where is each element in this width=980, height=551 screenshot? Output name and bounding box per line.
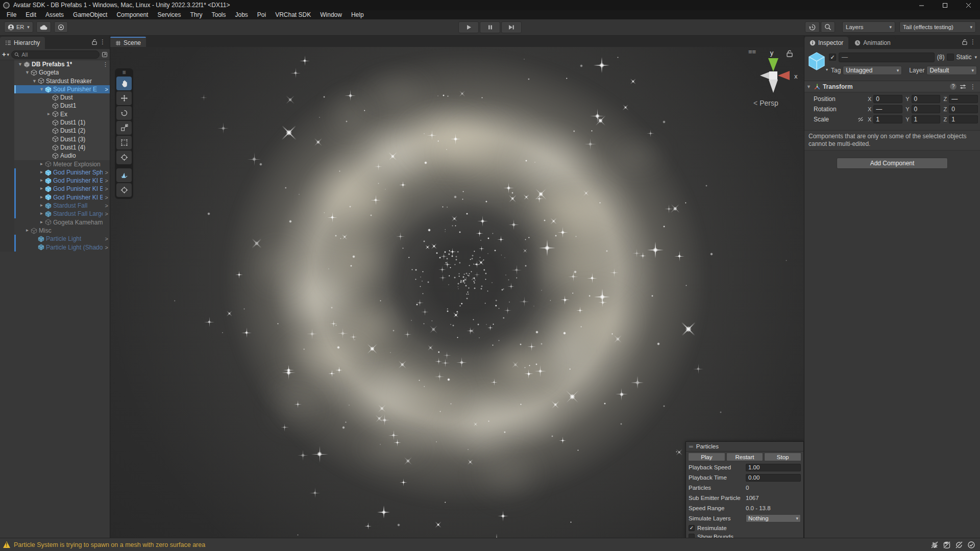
add-component-button[interactable]: Add Component bbox=[837, 158, 948, 169]
expand-arrow-icon[interactable]: ► bbox=[38, 160, 45, 168]
move-tool[interactable] bbox=[116, 91, 132, 105]
particle-edit-tool[interactable] bbox=[116, 168, 132, 182]
link-scale-icon[interactable] bbox=[857, 116, 864, 122]
hierarchy-item-god-punisher-ki-bla[interactable]: ►God Punisher KI Bla> bbox=[0, 193, 110, 202]
menu-assets[interactable]: Assets bbox=[41, 10, 68, 19]
rotation-y-field[interactable]: 0 bbox=[912, 105, 941, 113]
prefab-open-chevron[interactable]: > bbox=[105, 193, 108, 202]
hierarchy-item-dust1-3[interactable]: Dust1 (3) bbox=[0, 135, 110, 143]
hierarchy-item-db-prefabs-1[interactable]: ▼DB Prefabs 1*⋮ bbox=[0, 60, 110, 68]
chevron-down-icon[interactable]: ▾ bbox=[974, 55, 977, 60]
help-icon[interactable]: ? bbox=[950, 83, 957, 90]
hierarchy-search-input[interactable]: All bbox=[11, 51, 100, 59]
menu-poi[interactable]: Poi bbox=[253, 10, 271, 19]
status-bar[interactable]: Particle System is trying to spawn on a … bbox=[0, 538, 980, 551]
expand-arrow-icon[interactable]: ► bbox=[38, 168, 45, 177]
layer-dropdown[interactable]: Default ▾ bbox=[926, 66, 977, 75]
hierarchy-item-dust1[interactable]: Dust1 bbox=[0, 102, 110, 110]
position-z-field[interactable]: — bbox=[949, 95, 978, 103]
lock-icon[interactable] bbox=[962, 39, 968, 45]
orientation-gizmo[interactable]: ≡≡ y x < Persp bbox=[737, 48, 800, 119]
rotation-x-field[interactable]: — bbox=[873, 105, 902, 113]
hierarchy-item-dust[interactable]: Dust bbox=[0, 93, 110, 102]
component-tool[interactable] bbox=[116, 183, 132, 197]
hierarchy-item-soul-punisher-e[interactable]: ▼Soul Punisher E> bbox=[0, 85, 110, 93]
particles-row-value[interactable]: 0.00 bbox=[746, 474, 801, 482]
more-menu-icon[interactable]: ⋮ bbox=[97, 38, 108, 45]
restart-button[interactable]: Restart bbox=[726, 453, 764, 461]
hierarchy-item-meteor-explosion[interactable]: ►Meteor Explosion bbox=[0, 160, 110, 168]
hierarchy-item-particle-light[interactable]: Particle Light> bbox=[0, 235, 110, 243]
transform-tool[interactable] bbox=[116, 151, 132, 164]
more-menu-icon[interactable]: ⋮ bbox=[103, 60, 108, 68]
expand-arrow-icon[interactable]: ▼ bbox=[31, 77, 38, 85]
hierarchy-item-god-punisher-ki-bla[interactable]: ►God Punisher KI Bla> bbox=[0, 185, 110, 193]
foldout-arrow-icon[interactable]: ▼ bbox=[806, 84, 811, 89]
rect-tool[interactable] bbox=[116, 136, 132, 149]
cache-disabled-icon[interactable] bbox=[941, 540, 952, 550]
rotate-tool[interactable] bbox=[116, 106, 132, 120]
pause-button[interactable] bbox=[480, 21, 500, 33]
position-x-field[interactable]: 0 bbox=[873, 95, 902, 103]
tab-inspector[interactable]: Inspector bbox=[804, 37, 848, 49]
hierarchy-item-ex[interactable]: ►Ex bbox=[0, 110, 110, 118]
picker-icon[interactable] bbox=[102, 52, 108, 58]
expand-arrow-icon[interactable]: ▼ bbox=[17, 60, 23, 68]
prefab-open-chevron[interactable]: > bbox=[105, 202, 108, 210]
scale-z-field[interactable]: 1 bbox=[949, 115, 978, 123]
menu-file[interactable]: File bbox=[2, 10, 21, 19]
debugger-detached-icon[interactable] bbox=[929, 540, 940, 550]
particles-checkbox-show-bounds[interactable]: Show Bounds bbox=[686, 532, 803, 538]
hierarchy-item-dust1-4[interactable]: Dust1 (4) bbox=[0, 143, 110, 152]
prefab-open-chevron[interactable]: > bbox=[105, 235, 108, 243]
menu-jobs[interactable]: Jobs bbox=[230, 10, 252, 19]
persp-toggle[interactable]: < Persp bbox=[753, 99, 778, 107]
prefab-open-chevron[interactable]: > bbox=[105, 85, 108, 93]
particles-row-value[interactable]: Nothing▾ bbox=[746, 514, 801, 522]
hierarchy-item-dust1-1[interactable]: Dust1 (1) bbox=[0, 118, 110, 127]
hierarchy-item-stardust-fall-large[interactable]: ►Stardust Fall Large> bbox=[0, 210, 110, 218]
prefab-open-chevron[interactable]: > bbox=[105, 210, 108, 218]
prefab-open-chevron[interactable]: > bbox=[105, 168, 108, 177]
hierarchy-item-gogeta-kamehameha[interactable]: ►Gogeta Kamehameha bbox=[0, 218, 110, 227]
hierarchy-item-misc[interactable]: ►Misc bbox=[0, 227, 110, 235]
active-checkbox[interactable]: ✓ bbox=[829, 54, 836, 61]
expand-arrow-icon[interactable]: ► bbox=[38, 202, 45, 210]
tab-animation[interactable]: Animation bbox=[849, 37, 895, 49]
hierarchy-item-god-punisher-sphe[interactable]: ►God Punisher Sphe> bbox=[0, 168, 110, 177]
hierarchy-item-stardust-breaker[interactable]: ▼Stardust Breaker bbox=[0, 77, 110, 85]
hand-tool[interactable] bbox=[116, 77, 132, 90]
progress-ok-icon[interactable] bbox=[966, 540, 977, 550]
expand-arrow-icon[interactable]: ► bbox=[38, 193, 45, 202]
version-control-button[interactable] bbox=[54, 21, 68, 33]
menu-help[interactable]: Help bbox=[347, 10, 369, 19]
menu-services[interactable]: Services bbox=[153, 10, 185, 19]
lock-icon[interactable] bbox=[91, 39, 97, 45]
menu-gameobject[interactable]: GameObject bbox=[68, 10, 112, 19]
hierarchy-item-dust1-2[interactable]: Dust1 (2) bbox=[0, 127, 110, 135]
drag-handle-icon[interactable]: ≡ bbox=[122, 70, 126, 76]
expand-arrow-icon[interactable]: ► bbox=[24, 227, 31, 235]
play-button[interactable]: Play bbox=[688, 453, 725, 461]
layers-dropdown[interactable]: Layers ▾ bbox=[842, 21, 895, 33]
menu-tools[interactable]: Tools bbox=[207, 10, 230, 19]
prefab-open-chevron[interactable]: > bbox=[105, 243, 108, 252]
particles-row-value[interactable]: 1.00 bbox=[746, 464, 801, 471]
cloud-button[interactable] bbox=[36, 21, 51, 33]
position-y-field[interactable]: 0 bbox=[912, 95, 941, 103]
scale-x-field[interactable]: 1 bbox=[873, 115, 902, 123]
object-name-field[interactable]: — bbox=[839, 53, 935, 62]
expand-arrow-icon[interactable]: ► bbox=[45, 110, 52, 118]
prefab-open-chevron[interactable]: > bbox=[105, 185, 108, 193]
rotation-z-field[interactable]: 0 bbox=[949, 105, 978, 113]
play-button[interactable] bbox=[458, 21, 479, 33]
stop-button[interactable]: Stop bbox=[764, 453, 801, 461]
chevron-down-icon[interactable]: ▾ bbox=[826, 67, 828, 72]
minimize-button[interactable] bbox=[910, 0, 933, 10]
maximize-button[interactable] bbox=[933, 0, 957, 10]
tag-dropdown[interactable]: Untagged ▾ bbox=[843, 66, 902, 75]
menu-vrchat-sdk[interactable]: VRChat SDK bbox=[271, 10, 315, 19]
scale-tool[interactable] bbox=[116, 121, 132, 135]
expand-arrow-icon[interactable]: ▼ bbox=[24, 68, 31, 77]
layout-dropdown[interactable]: Tail (effects testing) ▾ bbox=[899, 21, 976, 33]
